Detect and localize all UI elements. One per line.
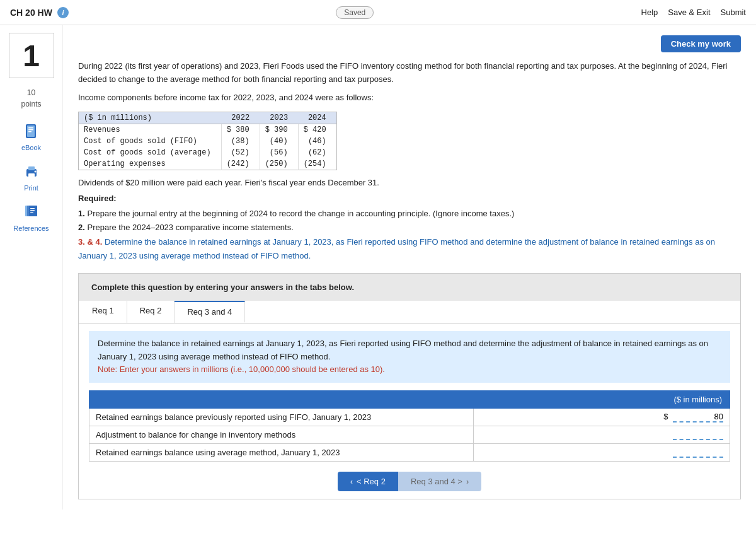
req3and4-table: ($ in millions) Retained earnings balanc… xyxy=(89,390,730,462)
problem-description: During 2022 (its first year of operation… xyxy=(78,60,741,104)
svg-point-8 xyxy=(34,171,36,173)
submit-button[interactable]: Submit xyxy=(721,8,746,17)
required-section: Required: 1. Prepare the journal entry a… xyxy=(78,194,741,262)
points-label: 10 xyxy=(27,88,35,97)
svg-rect-14 xyxy=(30,212,33,213)
tab-content-req3and4: Determine the balance in retained earnin… xyxy=(79,323,740,499)
table-row: Cost of goods sold (FIFO)(38)(40)(46) xyxy=(79,136,337,147)
help-link[interactable]: Help xyxy=(641,8,658,17)
points-unit: points xyxy=(21,100,41,108)
row3-input[interactable] xyxy=(673,447,723,458)
print-tool[interactable]: Print xyxy=(21,161,42,192)
svg-rect-12 xyxy=(30,208,35,209)
row2-label: Adjustment to balance for change in inve… xyxy=(89,426,474,444)
prev-arrow: ‹ xyxy=(350,477,353,486)
svg-rect-2 xyxy=(28,127,33,129)
question-number: 1 xyxy=(9,33,54,78)
tab-req2[interactable]: Req 2 xyxy=(127,301,175,323)
required-item-2: 2. Prepare the 2024–2023 comparative inc… xyxy=(78,221,741,235)
instruction-box: Determine the balance in retained earnin… xyxy=(89,331,730,383)
row3-label: Retained earnings balance using average … xyxy=(89,444,474,462)
tabs-container: Req 1 Req 2 Req 3 and 4 Determine the ba… xyxy=(78,301,741,499)
income-table: ($ in millions) 2022 2023 2024 Revenues$… xyxy=(78,112,337,170)
svg-rect-6 xyxy=(28,166,35,170)
saved-badge: Saved xyxy=(336,6,374,19)
page-title: CH 20 HW xyxy=(10,8,52,18)
print-label: Print xyxy=(24,184,38,192)
row1-label: Retained earnings balance previously rep… xyxy=(89,409,474,426)
print-icon xyxy=(21,161,42,182)
table-row: Revenues$ 380$ 390$ 420 xyxy=(79,124,337,136)
nav-buttons: ‹ < Req 2 Req 3 and 4 > › xyxy=(89,472,730,491)
references-icon xyxy=(21,202,41,222)
save-exit-button[interactable]: Save & Exit xyxy=(668,8,710,17)
prev-button[interactable]: ‹ < Req 2 xyxy=(338,472,398,491)
svg-rect-7 xyxy=(28,173,35,177)
ebook-icon xyxy=(21,121,42,141)
tabs-row: Req 1 Req 2 Req 3 and 4 xyxy=(79,301,740,323)
svg-rect-11 xyxy=(29,206,37,216)
table-row: Operating expenses(242)(250)(254) xyxy=(79,158,337,170)
row1-dollar: $ xyxy=(663,412,668,421)
table-row: Retained earnings balance using average … xyxy=(89,444,730,462)
next-arrow: › xyxy=(466,477,469,486)
income-col-2022: 2022 xyxy=(221,112,260,124)
references-label: References xyxy=(13,224,49,232)
required-item-3: 3. & 4. Determine the balance in retaine… xyxy=(78,235,741,263)
table-header-millions: ($ in millions) xyxy=(474,391,730,409)
table-row: Retained earnings balance previously rep… xyxy=(89,409,730,426)
info-icon[interactable]: i xyxy=(57,7,69,18)
dividends-text: Dividends of $20 million were paid each … xyxy=(78,178,741,187)
table-row: Adjustment to balance for change in inve… xyxy=(89,426,730,444)
references-tool[interactable]: References xyxy=(13,202,49,232)
row2-input[interactable] xyxy=(673,429,723,440)
check-work-button[interactable]: Check my work xyxy=(661,35,741,52)
next-button[interactable]: Req 3 and 4 > › xyxy=(398,472,481,491)
income-col-2024: 2024 xyxy=(298,112,336,124)
table-header-label xyxy=(89,391,474,409)
svg-rect-4 xyxy=(28,131,32,132)
instruction-main: Determine the balance in retained earnin… xyxy=(98,339,708,361)
svg-rect-13 xyxy=(30,210,35,211)
instruction-note: Note: Enter your answers in millions (i.… xyxy=(98,364,385,374)
tab-req3and4[interactable]: Req 3 and 4 xyxy=(175,301,245,323)
ebook-tool[interactable]: eBook xyxy=(21,121,42,151)
complete-question-instruction: Complete this question by entering your … xyxy=(78,273,741,301)
tab-req1[interactable]: Req 1 xyxy=(79,301,127,323)
required-item-1: 1. Prepare the journal entry at the begi… xyxy=(78,207,741,221)
table-row: Cost of goods sold (average)(52)(56)(62) xyxy=(79,147,337,158)
ebook-label: eBook xyxy=(21,144,41,151)
income-col-2023: 2023 xyxy=(260,112,298,124)
required-label: Required: xyxy=(78,194,741,203)
row1-input[interactable] xyxy=(673,412,723,422)
income-col-label: ($ in millions) xyxy=(79,112,222,124)
svg-rect-3 xyxy=(28,129,33,131)
